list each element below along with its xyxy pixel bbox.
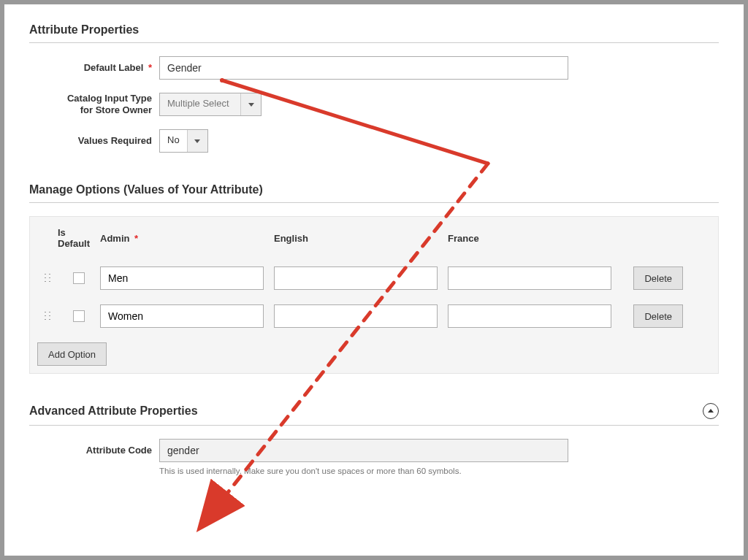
select-catalog-input-type: Multiple Select: [159, 93, 262, 116]
label-catalog-input-type-l1: Catalog Input Type: [67, 93, 152, 104]
header-english: English: [274, 233, 308, 244]
options-table: Is Default Admin * English France Delete: [29, 216, 719, 374]
option-row: Delete: [30, 297, 718, 335]
section-title-attribute-properties: Attribute Properties: [29, 23, 719, 37]
select-catalog-input-type-value: Multiple Select: [160, 93, 240, 115]
chevron-down-icon[interactable]: [187, 130, 207, 152]
label-catalog-input-type-l2: for Store Owner: [80, 104, 152, 115]
options-header-row: Is Default Admin * English France: [30, 217, 718, 259]
required-marker: *: [134, 233, 138, 244]
add-option-button[interactable]: Add Option: [37, 342, 107, 366]
label-default-label: Default Label: [84, 62, 144, 73]
help-text-attribute-code: This is used internally. Make sure you d…: [159, 467, 719, 475]
checkbox-is-default[interactable]: [73, 310, 85, 322]
header-france: France: [448, 233, 479, 244]
collapse-toggle[interactable]: [703, 403, 719, 419]
chevron-up-icon: [708, 409, 714, 413]
divider: [29, 425, 719, 426]
select-values-required-value: No: [160, 130, 187, 152]
required-marker: *: [148, 62, 152, 73]
input-option-english[interactable]: [274, 304, 438, 328]
input-option-admin[interactable]: [100, 266, 264, 290]
input-default-label[interactable]: [159, 56, 568, 80]
drag-handle-icon[interactable]: [43, 310, 52, 322]
chevron-down-icon: [240, 93, 261, 115]
label-values-required: Values Required: [78, 135, 152, 146]
header-admin: Admin: [100, 233, 129, 244]
input-option-admin[interactable]: [100, 304, 264, 328]
input-option-france[interactable]: [448, 304, 611, 328]
option-row: Delete: [30, 259, 718, 297]
input-attribute-code: [159, 439, 568, 462]
input-option-france[interactable]: [448, 266, 611, 290]
select-values-required[interactable]: No: [159, 129, 208, 153]
section-title-manage-options: Manage Options (Values of Your Attribute…: [29, 183, 719, 196]
delete-option-button[interactable]: Delete: [633, 266, 683, 290]
field-values-required: Values Required No: [29, 129, 719, 153]
header-is-default: Is Default: [58, 227, 100, 249]
checkbox-is-default[interactable]: [73, 272, 85, 284]
drag-handle-icon[interactable]: [43, 272, 52, 284]
divider: [29, 42, 719, 43]
field-attribute-code: Attribute Code This is used internally. …: [29, 439, 719, 475]
field-default-label: Default Label *: [29, 56, 719, 80]
divider: [29, 202, 719, 203]
input-option-english[interactable]: [274, 266, 438, 290]
delete-option-button[interactable]: Delete: [633, 304, 683, 328]
field-catalog-input-type: Catalog Input Type for Store Owner Multi…: [29, 93, 719, 116]
section-title-advanced: Advanced Attribute Properties: [29, 404, 198, 418]
label-attribute-code: Attribute Code: [86, 445, 152, 456]
